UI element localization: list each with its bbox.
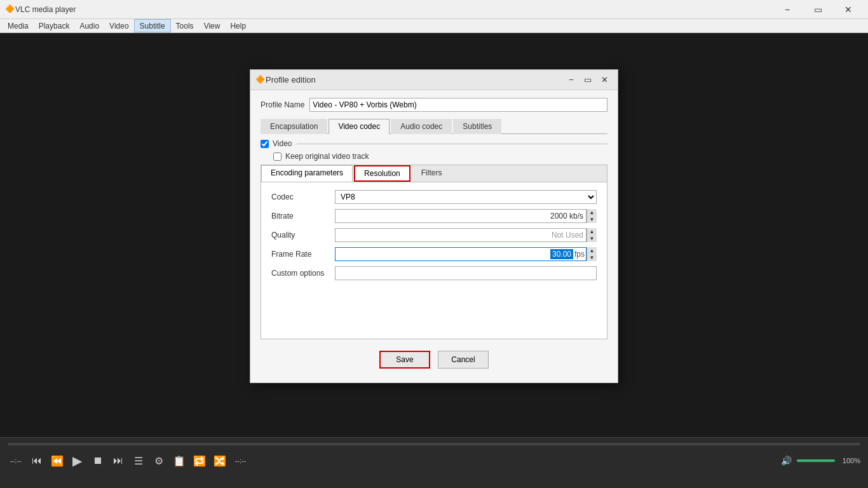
next-button[interactable]: ⏭ [111,453,126,468]
menu-bar: Media Playback Audio Video Subtitle Tool… [0,19,868,33]
playlist2-button[interactable]: 📋 [172,453,187,468]
inner-tab-encoding[interactable]: Encoding parameters [261,165,353,182]
menu-help[interactable]: Help [225,19,251,32]
bitrate-label: Bitrate [271,212,335,220]
dialog-footer: Save Cancel [261,344,607,375]
video-checkbox-label: Video [273,139,292,148]
quality-arrows: ▲ ▼ [587,228,597,242]
bitrate-row: Bitrate 2000 kb/s ▲ ▼ [266,207,602,226]
menu-media[interactable]: Media [3,19,34,32]
dialog-body: Profile Name Encapsulation Video codec A… [250,90,618,383]
volume-bar[interactable] [797,459,835,462]
framerate-label: Frame Rate [271,250,335,259]
bitrate-up-button[interactable]: ▲ [587,209,597,216]
tab-video-codec[interactable]: Video codec [329,119,390,134]
profile-name-row: Profile Name [261,98,607,112]
main-tabs: Encapsulation Video codec Audio codec Su… [261,118,607,134]
menu-tools[interactable]: Tools [171,19,199,32]
profile-name-label: Profile Name [261,100,304,109]
bitrate-control: 2000 kb/s ▲ ▼ [335,209,597,223]
profile-edition-dialog: 🔶 Profile edition − ▭ ✕ Profile Name Enc… [250,69,618,383]
loop-button[interactable]: 🔁 [192,453,207,468]
close-button[interactable]: ✕ [834,0,863,19]
codec-row: Codec VP8 [266,187,602,207]
time-separator: --:-- [235,457,247,464]
framerate-value[interactable]: 30.00 [550,249,573,259]
bottom-bar: --:-- ⏮ ⏪ ▶ ⏹ ⏭ ☰ ⚙ 📋 🔁 🔀 --:-- 🔊 100% [0,437,868,488]
minimize-button[interactable]: − [773,0,802,19]
maximize-button[interactable]: ▭ [803,0,832,19]
dialog-minimize-button[interactable]: − [563,73,580,87]
framerate-row: Frame Rate 30.00 fps ▲ ▼ [266,245,602,264]
keep-original-label: Keep original video track [285,152,369,161]
cancel-button[interactable]: Cancel [438,351,489,369]
bitrate-down-button[interactable]: ▼ [587,216,597,223]
dialog-title: Profile edition [266,75,563,85]
bitrate-spinner: 2000 kb/s [335,209,587,223]
main-area: 🔶 Profile edition − ▭ ✕ Profile Name Enc… [0,33,868,437]
quality-control: Not Used ▲ ▼ [335,228,597,242]
custom-options-row: Custom options [266,264,602,283]
framerate-control: 30.00 fps ▲ ▼ [335,247,597,261]
volume-label: 100% [843,457,860,464]
prev-track-button[interactable]: ⏮ [29,453,44,468]
profile-name-input[interactable] [309,98,607,112]
prev-button[interactable]: ⏪ [50,453,65,468]
bitrate-arrows: ▲ ▼ [587,209,597,223]
random-button[interactable]: 🔀 [212,453,227,468]
dialog-icon: 🔶 [255,75,266,85]
menu-playback[interactable]: Playback [34,19,75,32]
custom-options-input[interactable] [335,266,597,280]
quality-up-button[interactable]: ▲ [587,228,597,235]
framerate-field: 30.00 fps [335,247,587,261]
dialog-titlebar: 🔶 Profile edition − ▭ ✕ [250,70,618,90]
quality-spinner: Not Used [335,228,587,242]
dialog-close-button[interactable]: ✕ [596,73,613,87]
custom-options-label: Custom options [271,269,335,278]
video-checkbox-row: Video [261,139,607,148]
quality-row: Quality Not Used ▲ ▼ [266,226,602,245]
window-controls: − ▭ ✕ [773,0,863,19]
volume-fill [797,459,835,462]
codec-control: VP8 [335,190,597,204]
quality-down-button[interactable]: ▼ [587,235,597,242]
codec-select[interactable]: VP8 [335,190,597,204]
bitrate-value: 2000 kb/s [338,212,583,220]
inner-tabs-row: Encoding parameters Resolution Filters [261,165,607,182]
menu-audio[interactable]: Audio [74,19,104,32]
custom-options-control [335,266,597,280]
volume-icon: 🔊 [781,456,792,466]
menu-video[interactable]: Video [104,19,133,32]
time-elapsed: --:-- [10,457,22,464]
seek-bar[interactable] [8,443,860,445]
tab-subtitles[interactable]: Subtitles [453,119,501,134]
save-button[interactable]: Save [379,351,430,369]
playlist-button[interactable]: ☰ [131,453,146,468]
framerate-up-button[interactable]: ▲ [587,247,597,254]
extended-button[interactable]: ⚙ [151,453,166,468]
quality-value: Not Used [338,231,583,240]
menu-view[interactable]: View [199,19,226,32]
menu-subtitle[interactable]: Subtitle [134,19,171,32]
app-titlebar: 🔶 VLC media player − ▭ ✕ [0,0,868,19]
inner-tab-resolution[interactable]: Resolution [354,165,410,182]
keep-original-checkbox[interactable] [273,152,281,161]
app-icon: 🔶 [5,4,15,15]
framerate-arrows: ▲ ▼ [587,247,597,261]
dialog-overlay: 🔶 Profile edition − ▭ ✕ Profile Name Enc… [0,66,868,386]
inner-tabs-container: Encoding parameters Resolution Filters C… [261,165,607,339]
dialog-maximize-button[interactable]: ▭ [580,73,596,87]
keep-original-row: Keep original video track [273,152,607,161]
video-checkbox[interactable] [261,140,269,148]
framerate-down-button[interactable]: ▼ [587,254,597,261]
tab-audio-codec[interactable]: Audio codec [391,119,452,134]
app-title: VLC media player [15,5,773,14]
content-spacer [266,283,602,334]
framerate-unit: fps [574,250,585,259]
inner-tab-filters[interactable]: Filters [412,165,452,182]
stop-button[interactable]: ⏹ [90,453,105,468]
codec-label: Codec [271,193,335,201]
play-button[interactable]: ▶ [70,453,85,468]
tab-encapsulation[interactable]: Encapsulation [261,119,327,134]
transport-row: --:-- ⏮ ⏪ ▶ ⏹ ⏭ ☰ ⚙ 📋 🔁 🔀 --:-- 🔊 100% [0,451,868,471]
